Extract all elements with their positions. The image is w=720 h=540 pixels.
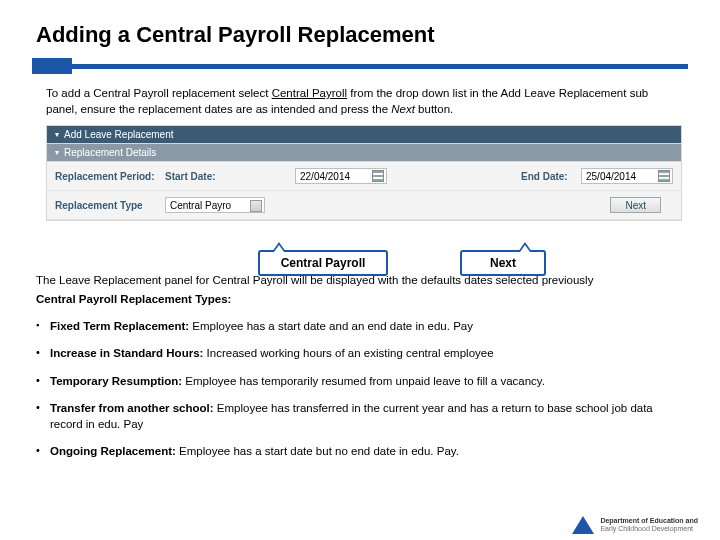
intro-underlined: Central Payroll — [272, 87, 347, 99]
callout-next: Next — [460, 250, 546, 276]
calendar-icon[interactable] — [658, 170, 670, 182]
end-date-input[interactable]: 25/04/2014 — [581, 168, 673, 184]
callout-central-payroll: Central Payroll — [258, 250, 388, 276]
row-type: Replacement Type Central Payro Next — [47, 191, 681, 220]
dept-line1: Department of Education and — [600, 517, 698, 525]
start-date-input[interactable]: 22/04/2014 — [295, 168, 387, 184]
bullet-title: Ongoing Replacement: — [50, 445, 176, 457]
label-start-date: Start Date: — [165, 171, 235, 182]
collapse-icon: ▾ — [55, 130, 59, 139]
panel-header-add-leave[interactable]: ▾ Add Leave Replacement — [47, 126, 681, 144]
label-end-date: End Date: — [521, 171, 581, 182]
dept-text: Department of Education and Early Childh… — [600, 517, 698, 534]
bullet-desc: Employee has temporarily resumed from un… — [182, 375, 545, 387]
intro-italic: Next — [391, 103, 415, 115]
panel-header-replacement-details[interactable]: ▾ Replacement Details — [47, 144, 681, 162]
callout-label: Next — [490, 256, 516, 270]
label-replacement-type: Replacement Type — [55, 200, 165, 211]
bullet-title: Temporary Resumption: — [50, 375, 182, 387]
list-item: Increase in Standard Hours: Increased wo… — [36, 340, 682, 368]
bullet-title: Fixed Term Replacement: — [50, 320, 189, 332]
end-date-value: 25/04/2014 — [586, 171, 636, 182]
intro-paragraph: To add a Central Payroll replacement sel… — [46, 86, 682, 117]
dept-line2: Early Childhood Development — [600, 525, 698, 533]
intro-post: button. — [415, 103, 453, 115]
bullet-desc: Employee has a start date but no end dat… — [176, 445, 459, 457]
next-button[interactable]: Next — [610, 197, 661, 213]
list-item: Ongoing Replacement: Employee has a star… — [36, 438, 682, 466]
start-date-value: 22/04/2014 — [300, 171, 350, 182]
accent-bar — [32, 58, 688, 74]
list-item: Temporary Resumption: Employee has tempo… — [36, 368, 682, 396]
calendar-icon[interactable] — [372, 170, 384, 182]
victoria-logo-icon — [572, 516, 594, 534]
intro-pre: To add a Central Payroll replacement sel… — [46, 87, 272, 99]
app-panel: ▾ Add Leave Replacement ▾ Replacement De… — [46, 125, 682, 221]
panel-header-label: Add Leave Replacement — [64, 129, 174, 140]
collapse-icon: ▾ — [55, 148, 59, 157]
callout-label: Central Payroll — [281, 256, 366, 270]
replacement-type-value: Central Payro — [170, 200, 231, 211]
types-heading: Central Payroll Replacement Types: — [36, 293, 682, 305]
bullet-desc: Increased working hours of an existing c… — [203, 347, 493, 359]
page-title: Adding a Central Payroll Replacement — [36, 22, 688, 48]
row-period: Replacement Period: Start Date: 22/04/20… — [47, 162, 681, 191]
bullet-desc: Employee has a start date and an end dat… — [189, 320, 473, 332]
replacement-type-select[interactable]: Central Payro — [165, 197, 265, 213]
list-item: Transfer from another school: Employee h… — [36, 395, 682, 438]
panel-subheader-label: Replacement Details — [64, 147, 156, 158]
footer-branding: Department of Education and Early Childh… — [572, 516, 698, 534]
bullet-title: Increase in Standard Hours: — [50, 347, 203, 359]
label-replacement-period: Replacement Period: — [55, 171, 165, 182]
list-item: Fixed Term Replacement: Employee has a s… — [36, 313, 682, 341]
bullet-title: Transfer from another school: — [50, 402, 214, 414]
types-list: Fixed Term Replacement: Employee has a s… — [36, 313, 682, 466]
